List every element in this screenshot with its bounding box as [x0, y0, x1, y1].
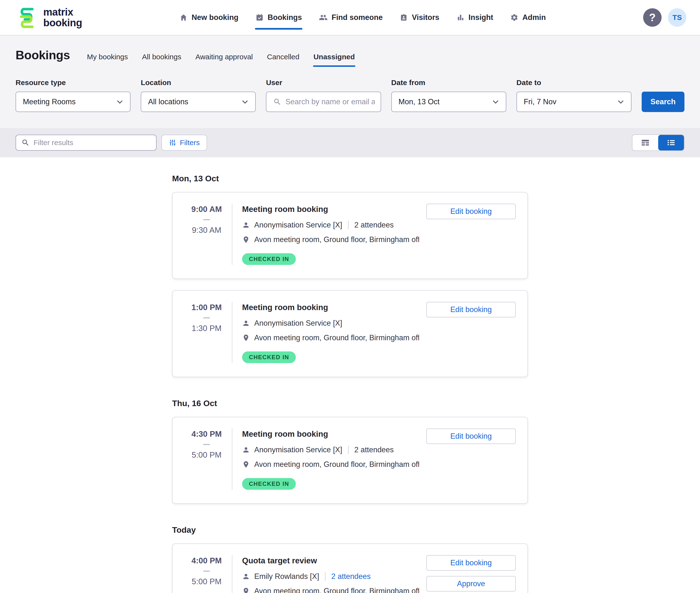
approve-button[interactable]: Approve [426, 576, 516, 592]
time-range-dash [203, 219, 210, 220]
date-from-select[interactable]: Mon, 13 Oct [391, 92, 506, 112]
person-icon [242, 319, 250, 327]
people-icon [319, 13, 327, 22]
matrix-booking-logo-icon [15, 6, 38, 29]
selected-value: Fri, 7 Nov [524, 97, 614, 106]
end-time: 5:00 PM [192, 450, 222, 460]
owner-row: Emily Rowlands [X]2 attendees [242, 572, 419, 581]
attendees-count[interactable]: 2 attendees [331, 572, 371, 581]
location-pin-icon [242, 461, 250, 468]
booking-card: 4:30 PM5:00 PMMeeting room bookingAnonym… [172, 417, 528, 504]
results-toolbar: Filter results Filters [0, 128, 700, 157]
meta-separator [348, 221, 349, 229]
selected-value: Mon, 13 Oct [399, 97, 488, 106]
nav-item-admin[interactable]: Admin [510, 10, 546, 25]
tab-unassigned[interactable]: Unassigned [314, 53, 355, 63]
calendar-check-icon [256, 13, 264, 22]
nav-item-label: Bookings [268, 13, 302, 22]
filter-field-resource-type: Resource typeMeeting Rooms [15, 79, 130, 112]
time-range-dash [203, 444, 210, 445]
main-nav: New bookingBookingsFind someoneVisitorsI… [82, 10, 643, 25]
selected-value: All locations [148, 97, 238, 106]
location-text: Avon meeting room, Ground floor, Birming… [254, 460, 419, 469]
edit-booking-button[interactable]: Edit booking [426, 555, 516, 570]
location-pin-icon [242, 334, 250, 342]
nav-item-bookings[interactable]: Bookings [255, 10, 302, 25]
location-select[interactable]: All locations [141, 92, 256, 112]
user-avatar[interactable]: TS [668, 8, 687, 27]
gear-icon [510, 13, 518, 22]
edit-booking-button[interactable]: Edit booking [426, 302, 516, 317]
group-date-heading: Thu, 16 Oct [172, 399, 528, 408]
tab-my-bookings[interactable]: My bookings [87, 53, 128, 63]
list-view-button[interactable] [658, 135, 684, 151]
nav-item-label: Visitors [412, 13, 439, 22]
owner-name: Anonymisation Service [X] [254, 221, 342, 229]
nav-item-visitors[interactable]: Visitors [399, 10, 440, 25]
booking-time: 4:30 PM5:00 PM [188, 429, 225, 490]
nav-item-new-booking[interactable]: New booking [179, 10, 239, 25]
status-badge: CHECKED IN [242, 351, 296, 363]
owner-name: Anonymisation Service [X] [254, 445, 342, 454]
chevron-down-icon [491, 97, 500, 106]
filter-field-label: Date to [516, 79, 631, 87]
table-view-button[interactable] [632, 135, 658, 151]
person-icon [242, 572, 250, 580]
location-pin-icon [242, 236, 250, 243]
filter-section: Bookings My bookingsAll bookingsAwaiting… [0, 36, 700, 128]
location-text: Avon meeting room, Ground floor, Birming… [254, 333, 419, 342]
booking-title: Quota target review [242, 556, 419, 565]
page-title: Bookings [15, 48, 70, 62]
tab-cancelled[interactable]: Cancelled [267, 53, 299, 63]
location-text: Avon meeting room, Ground floor, Birming… [254, 587, 419, 593]
help-button[interactable]: ? [643, 8, 662, 27]
nav-item-insight[interactable]: Insight [456, 10, 494, 25]
nav-item-find-someone[interactable]: Find someone [318, 10, 383, 25]
nav-item-label: Find someone [332, 13, 383, 22]
resource-type-select[interactable]: Meeting Rooms [15, 92, 130, 112]
booking-title: Meeting room booking [242, 429, 419, 439]
booking-card: 4:00 PM5:00 PMQuota target reviewEmily R… [172, 544, 528, 593]
bookings-column: Mon, 13 Oct9:00 AM9:30 AMMeeting room bo… [172, 174, 528, 593]
edit-booking-button[interactable]: Edit booking [426, 429, 516, 444]
search-button[interactable]: Search [641, 92, 685, 112]
start-time: 4:30 PM [192, 429, 222, 439]
filter-results-input[interactable]: Filter results [15, 135, 157, 151]
filter-field-user: UserSearch by name or email a [266, 79, 381, 112]
tab-awaiting-approval[interactable]: Awaiting approval [195, 53, 253, 63]
app-logo[interactable]: matrix booking [15, 6, 82, 29]
owner-row: Anonymisation Service [X] [242, 319, 419, 328]
owner-name: Emily Rowlands [X] [254, 572, 319, 581]
app-header: matrix booking New bookingBookingsFind s… [0, 0, 700, 36]
start-time: 1:00 PM [192, 303, 222, 312]
booking-details: Meeting room bookingAnonymisation Servic… [242, 429, 419, 490]
nav-item-label: Admin [522, 13, 546, 22]
start-time: 9:00 AM [191, 205, 222, 214]
date-to-select[interactable]: Fri, 7 Nov [516, 92, 631, 112]
group-date-heading: Today [172, 525, 528, 535]
logo-line-1: matrix [43, 7, 82, 17]
time-range-dash [203, 570, 210, 571]
filter-field-label: Resource type [15, 79, 130, 87]
end-time: 9:30 AM [192, 226, 221, 235]
card-divider [232, 302, 232, 363]
booking-card: 1:00 PM1:30 PMMeeting room bookingAnonym… [172, 290, 528, 377]
edit-booking-button[interactable]: Edit booking [426, 204, 516, 219]
tab-all-bookings[interactable]: All bookings [142, 53, 181, 63]
start-time: 4:00 PM [192, 556, 222, 565]
chevron-down-icon [241, 97, 249, 106]
owner-row: Anonymisation Service [X]2 attendees [242, 221, 419, 229]
location-pin-icon [242, 587, 250, 593]
location-row: Avon meeting room, Ground floor, Birming… [242, 333, 419, 342]
filters-button[interactable]: Filters [161, 135, 207, 151]
status-badge: CHECKED IN [242, 253, 296, 265]
owner-row: Anonymisation Service [X]2 attendees [242, 445, 419, 454]
booking-time: 9:00 AM9:30 AM [188, 204, 225, 265]
end-time: 1:30 PM [192, 324, 222, 333]
user-search-input[interactable]: Search by name or email a [266, 92, 381, 112]
view-toggle [632, 134, 685, 151]
input-placeholder: Search by name or email a [285, 97, 375, 106]
attendees-count: 2 attendees [354, 221, 394, 229]
booking-group: Thu, 16 Oct4:30 PM5:00 PMMeeting room bo… [172, 399, 528, 504]
card-divider [232, 204, 232, 265]
